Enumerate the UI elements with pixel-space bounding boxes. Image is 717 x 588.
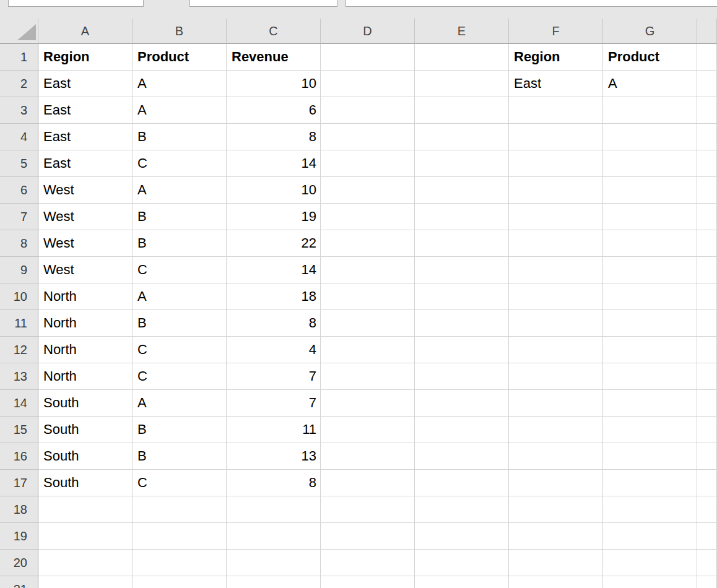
cell-d8[interactable] [321,230,415,257]
cell-f12[interactable] [509,337,603,363]
cell-c6[interactable]: 10 [227,177,321,204]
cell-a16[interactable]: South [38,443,133,470]
cell-c5[interactable]: 14 [227,150,321,177]
cell-f3[interactable] [509,97,603,124]
cell-d17[interactable] [321,470,415,496]
row-header-15[interactable]: 15 [0,417,38,443]
column-header-partial[interactable] [697,19,717,44]
cell-c1[interactable]: Revenue [227,44,321,71]
column-header-e[interactable]: E [415,19,509,44]
cell-g16[interactable] [603,443,697,470]
cell-d1[interactable] [321,44,415,71]
cell-e17[interactable] [415,470,509,496]
cell-c9[interactable]: 14 [227,257,321,283]
cell-b14[interactable]: A [133,390,227,417]
cell-partial-14[interactable] [697,390,717,417]
cell-d11[interactable] [321,310,415,337]
cell-partial-8[interactable] [697,230,717,257]
cell-e11[interactable] [415,310,509,337]
cell-b16[interactable]: B [133,443,227,470]
cell-b1[interactable]: Product [133,44,227,71]
cell-f4[interactable] [509,124,603,150]
cell-e8[interactable] [415,230,509,257]
row-header-14[interactable]: 14 [0,390,38,417]
cell-a12[interactable]: North [38,337,133,363]
cell-partial-2[interactable] [697,71,717,97]
cell-b2[interactable]: A [133,71,227,97]
cell-a19[interactable] [38,523,133,550]
cell-partial-3[interactable] [697,97,717,124]
cell-d4[interactable] [321,124,415,150]
cell-g17[interactable] [603,470,697,496]
cell-d12[interactable] [321,337,415,363]
cell-e21[interactable] [415,576,509,588]
cell-f8[interactable] [509,230,603,257]
cell-a15[interactable]: South [38,417,133,443]
row-header-20[interactable]: 20 [0,550,38,576]
cell-f6[interactable] [509,177,603,204]
row-header-16[interactable]: 16 [0,443,38,470]
cell-f9[interactable] [509,257,603,283]
cell-c20[interactable] [227,550,321,576]
cell-d18[interactable] [321,496,415,523]
cell-a13[interactable]: North [38,363,133,390]
cell-e12[interactable] [415,337,509,363]
cell-g19[interactable] [603,523,697,550]
cell-f16[interactable] [509,443,603,470]
cell-partial-19[interactable] [697,523,717,550]
cell-e18[interactable] [415,496,509,523]
cell-partial-6[interactable] [697,177,717,204]
name-box[interactable] [8,0,144,7]
cell-partial-18[interactable] [697,496,717,523]
cell-b15[interactable]: B [133,417,227,443]
cell-g8[interactable] [603,230,697,257]
cell-a20[interactable] [38,550,133,576]
cell-c18[interactable] [227,496,321,523]
cell-g18[interactable] [603,496,697,523]
cell-b8[interactable]: B [133,230,227,257]
cell-g12[interactable] [603,337,697,363]
cell-g20[interactable] [603,550,697,576]
cell-a14[interactable]: South [38,390,133,417]
cell-partial-1[interactable] [697,44,717,71]
cell-f11[interactable] [509,310,603,337]
cell-partial-13[interactable] [697,363,717,390]
cell-e9[interactable] [415,257,509,283]
cell-c11[interactable]: 8 [227,310,321,337]
cell-c13[interactable]: 7 [227,363,321,390]
column-header-a[interactable]: A [38,19,133,44]
cell-f20[interactable] [509,550,603,576]
select-all-corner[interactable] [0,19,38,44]
cell-d2[interactable] [321,71,415,97]
cell-a1[interactable]: Region [38,44,133,71]
cell-b18[interactable] [133,496,227,523]
cell-d16[interactable] [321,443,415,470]
cell-d3[interactable] [321,97,415,124]
row-header-4[interactable]: 4 [0,124,38,150]
cell-g13[interactable] [603,363,697,390]
cell-c16[interactable]: 13 [227,443,321,470]
row-header-19[interactable]: 19 [0,523,38,550]
row-header-1[interactable]: 1 [0,44,38,71]
row-header-7[interactable]: 7 [0,204,38,230]
cell-f1[interactable]: Region [509,44,603,71]
cell-f15[interactable] [509,417,603,443]
cell-e1[interactable] [415,44,509,71]
column-header-g[interactable]: G [603,19,697,44]
cell-b12[interactable]: C [133,337,227,363]
cell-e3[interactable] [415,97,509,124]
cell-f18[interactable] [509,496,603,523]
cell-c19[interactable] [227,523,321,550]
cell-c17[interactable]: 8 [227,470,321,496]
column-header-f[interactable]: F [509,19,603,44]
cell-partial-9[interactable] [697,257,717,283]
cell-e16[interactable] [415,443,509,470]
row-header-5[interactable]: 5 [0,150,38,177]
cell-c12[interactable]: 4 [227,337,321,363]
cell-a11[interactable]: North [38,310,133,337]
cell-e5[interactable] [415,150,509,177]
cell-c2[interactable]: 10 [227,71,321,97]
cell-d10[interactable] [321,283,415,310]
cell-d14[interactable] [321,390,415,417]
cell-d13[interactable] [321,363,415,390]
